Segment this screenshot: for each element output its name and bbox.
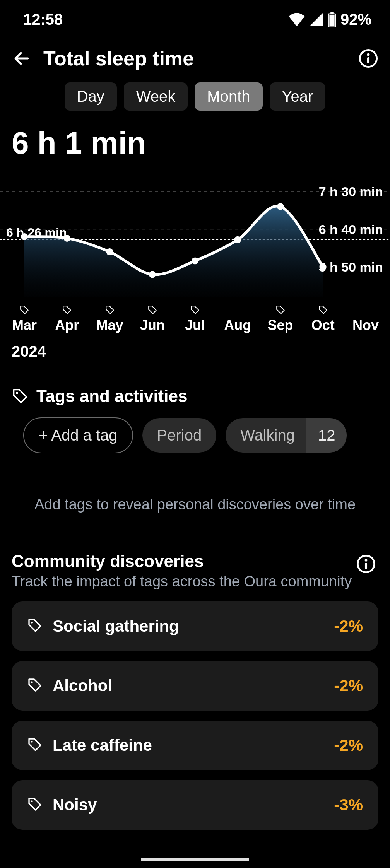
svg-point-17 [277, 203, 284, 210]
community-item-delta: -2% [334, 677, 363, 695]
community-item-delta: -2% [334, 617, 363, 636]
svg-point-19 [16, 392, 18, 394]
svg-rect-5 [367, 57, 369, 63]
x-tick-label: Mar [12, 317, 37, 333]
community-item-label: Alcohol [53, 677, 324, 695]
x-tick: Nov [349, 305, 382, 333]
svg-point-15 [192, 257, 198, 264]
header: Total sleep time [0, 36, 390, 82]
x-tick-label: Jul [185, 317, 205, 333]
tag-icon [147, 305, 157, 315]
community-item[interactable]: Alcohol-2% [12, 661, 378, 711]
x-tick: Apr [50, 305, 84, 333]
x-tick-label: Nov [352, 317, 379, 333]
community-item[interactable]: Social gathering-2% [12, 601, 378, 651]
battery-icon [327, 12, 337, 27]
tag-icon [27, 618, 43, 635]
community-item-label: Noisy [53, 796, 324, 814]
info-button[interactable] [356, 46, 381, 71]
chart-y-label: 5 h 50 min [319, 260, 383, 275]
svg-point-4 [367, 53, 370, 56]
community-item[interactable]: Noisy-3% [12, 780, 378, 830]
tags-hint: Add tags to reveal personal discoveries … [12, 469, 378, 532]
x-tick: Oct [306, 305, 340, 333]
range-tab-month[interactable]: Month [195, 82, 262, 111]
summary-value: 6 h 1 min [0, 121, 390, 176]
cellular-icon [309, 13, 323, 26]
tags-title: Tags and activities [36, 386, 187, 406]
x-tick-label: Oct [311, 317, 335, 333]
community-item-delta: -3% [334, 796, 363, 814]
x-tick: Aug [221, 305, 254, 333]
svg-point-25 [31, 741, 33, 743]
tag-chip-walking[interactable]: Walking 12 [226, 418, 347, 453]
tag-chip-period[interactable]: Period [142, 418, 217, 453]
nav-handle[interactable] [141, 858, 249, 861]
range-tabs: Day Week Month Year [0, 82, 390, 121]
tag-icon [275, 305, 286, 315]
status-indicators: 92% [289, 11, 371, 28]
svg-point-21 [365, 559, 368, 562]
chart-y-label: 6 h 40 min [319, 222, 383, 237]
x-tick-label: May [96, 317, 123, 333]
x-tick-label: Aug [224, 317, 251, 333]
community-item-delta: -2% [334, 736, 363, 755]
tag-icon [27, 737, 43, 754]
svg-rect-2 [329, 15, 334, 26]
svg-point-14 [149, 271, 156, 278]
tag-icon [190, 305, 200, 315]
tag-icon [12, 388, 29, 405]
tag-icon [27, 677, 43, 694]
svg-rect-22 [365, 563, 367, 569]
page-title: Total sleep time [34, 47, 356, 70]
status-bar: 12:58 92% [0, 0, 390, 36]
status-time: 12:58 [23, 11, 63, 28]
community-list: Social gathering-2%Alcohol-2%Late caffei… [12, 590, 378, 830]
sleep-chart[interactable]: 6 h 26 min 7 h 30 min 6 h 40 min 5 h 50 … [0, 176, 390, 297]
tag-icon [62, 305, 72, 315]
svg-point-23 [31, 622, 33, 624]
community-item-label: Late caffeine [53, 736, 324, 755]
chart-average-label: 6 h 26 min [6, 226, 67, 240]
back-button[interactable] [9, 46, 34, 71]
tag-chips: + Add a tag Period Walking 12 [12, 417, 378, 453]
svg-point-13 [106, 248, 113, 255]
x-tick: Jun [136, 305, 169, 333]
tag-icon [105, 305, 115, 315]
x-tick: Jul [178, 305, 212, 333]
x-tick: May [93, 305, 127, 333]
add-tag-button[interactable]: + Add a tag [23, 417, 133, 453]
svg-point-26 [31, 800, 33, 802]
community-info-button[interactable] [354, 552, 378, 576]
community-title: Community discoveries [12, 552, 354, 571]
tag-icon [27, 796, 43, 813]
community-item-label: Social gathering [53, 617, 324, 636]
info-icon [358, 48, 378, 68]
range-tab-day[interactable]: Day [65, 82, 117, 111]
x-tick-label: Sep [267, 317, 293, 333]
x-tick-label: Apr [55, 317, 79, 333]
range-tab-week[interactable]: Week [124, 82, 188, 111]
chart-year: 2024 [0, 340, 390, 372]
community-item[interactable]: Late caffeine-2% [12, 721, 378, 770]
tag-icon [318, 305, 328, 315]
tags-header: Tags and activities [12, 386, 378, 406]
tags-section: Tags and activities + Add a tag Period W… [0, 372, 390, 544]
x-tick: Mar [8, 305, 41, 333]
tag-chip-badge: 12 [306, 418, 347, 453]
tag-chip-label: Walking [226, 418, 306, 453]
x-tick: Sep [264, 305, 297, 333]
range-tab-year[interactable]: Year [270, 82, 326, 111]
status-battery-pct: 92% [340, 11, 371, 28]
svg-point-24 [31, 681, 33, 683]
tag-icon [19, 305, 29, 315]
x-tick-label: Jun [140, 317, 165, 333]
community-section: Community discoveries Track the impact o… [0, 544, 390, 830]
svg-point-16 [234, 236, 241, 243]
chart-y-label: 7 h 30 min [319, 184, 383, 199]
community-subtitle: Track the impact of tags across the Oura… [12, 573, 354, 590]
chart-x-axis: MarAprMayJunJulAugSepOctNov [0, 297, 390, 340]
arrow-left-icon [12, 49, 31, 68]
info-icon [356, 554, 376, 574]
wifi-icon [289, 13, 305, 26]
